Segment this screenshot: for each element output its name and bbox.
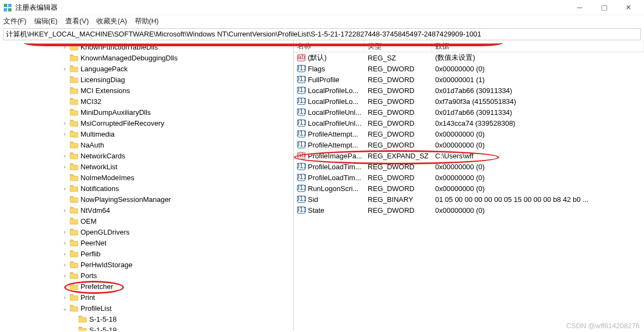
close-button[interactable]: ✕: [616, 0, 641, 15]
folder-icon: [70, 152, 78, 159]
tree-item[interactable]: S-1-5-18: [0, 313, 293, 324]
tree-item[interactable]: ›NetworkCards: [0, 150, 293, 161]
chevron-down-icon[interactable]: ⌄: [61, 304, 69, 312]
folder-icon: [70, 228, 78, 236]
value-row[interactable]: ab(默认)REG_SZ(数值未设置): [294, 52, 644, 63]
chevron-right-icon[interactable]: ›: [61, 130, 69, 138]
svg-text:011: 011: [297, 130, 306, 137]
expander-empty: [61, 76, 69, 83]
minimize-button[interactable]: ─: [567, 0, 592, 15]
value-data: 0x00000001 (1): [432, 76, 644, 84]
maximize-button[interactable]: ▢: [592, 0, 616, 15]
chevron-right-icon[interactable]: ›: [61, 152, 69, 159]
value-row[interactable]: 011ProfileLoadTim...REG_DWORD0x00000000 …: [294, 172, 644, 183]
content-area: ›KnownFunctionTableDllsKnownManagedDebug…: [0, 40, 644, 331]
chevron-right-icon[interactable]: ›: [61, 250, 69, 257]
tree-item[interactable]: ›PerHwIdStorage: [0, 259, 293, 270]
folder-icon: [70, 304, 78, 312]
binary-value-icon: 011: [297, 185, 306, 192]
value-row[interactable]: 011ProfileLoadTim...REG_DWORD0x00000000 …: [294, 161, 644, 172]
value-name: ProfileLoadTim...: [308, 163, 361, 171]
value-name: ProfileImagePa...: [308, 152, 362, 160]
tree-item[interactable]: LicensingDiag: [0, 74, 293, 85]
svg-text:011: 011: [297, 185, 306, 192]
value-type: REG_DWORD: [364, 108, 432, 116]
tree-item[interactable]: S-1-5-19: [0, 324, 293, 331]
tree-item-label: KnownFunctionTableDlls: [81, 43, 158, 51]
tree-item-label: Notifications: [81, 185, 119, 193]
menu-item[interactable]: 查看(V): [65, 16, 89, 26]
tree-item[interactable]: ›NtVdm64: [0, 205, 293, 216]
folder-icon: [70, 195, 78, 203]
tree-item[interactable]: ›LanguagePack: [0, 63, 293, 74]
tree-item[interactable]: Prefetcher: [0, 281, 293, 292]
menu-item[interactable]: 文件(F): [3, 16, 27, 26]
col-header-name[interactable]: 名称: [294, 40, 364, 52]
svg-text:ab: ab: [298, 54, 305, 61]
value-row[interactable]: 011RunLogonScri...REG_DWORD0x00000000 (0…: [294, 183, 644, 194]
binary-value-icon: 011: [297, 76, 306, 83]
chevron-right-icon[interactable]: ›: [61, 272, 69, 279]
tree-item[interactable]: ›PeerNet: [0, 237, 293, 248]
tree-item[interactable]: ›OpenGLDrivers: [0, 226, 293, 237]
tree-item[interactable]: ›Print: [0, 292, 293, 303]
tree-item[interactable]: MCI Extensions: [0, 85, 293, 96]
value-name: RunLogonScri...: [308, 185, 358, 193]
value-row[interactable]: 011StateREG_DWORD0x00000000 (0): [294, 205, 644, 216]
col-header-type[interactable]: 类型: [364, 40, 432, 52]
chevron-right-icon[interactable]: ›: [61, 43, 69, 51]
tree-item-label: NowPlayingSessionManager: [81, 195, 171, 204]
tree-item-label: OpenGLDrivers: [81, 228, 129, 236]
value-row[interactable]: 011LocalProfileLo...REG_DWORD0x01d7ab66 …: [294, 85, 644, 96]
value-row[interactable]: 011FullProfileREG_DWORD0x00000001 (1): [294, 74, 644, 85]
list-pane[interactable]: 名称 类型 数据 ab(默认)REG_SZ(数值未设置)011FlagsREG_…: [294, 40, 644, 331]
chevron-right-icon[interactable]: ›: [61, 239, 69, 247]
tree-item[interactable]: NowPlayingSessionManager: [0, 194, 293, 205]
value-row[interactable]: 011ProfileAttempt...REG_DWORD0x00000000 …: [294, 139, 644, 150]
expander-empty: [61, 87, 69, 94]
window-controls: ─ ▢ ✕: [567, 0, 641, 15]
tree-item[interactable]: MCI32: [0, 96, 293, 107]
chevron-right-icon[interactable]: ›: [61, 163, 69, 170]
menu-item[interactable]: 帮助(H): [135, 16, 159, 26]
tree-item[interactable]: ⌄ProfileList: [0, 303, 293, 313]
chevron-right-icon[interactable]: ›: [61, 119, 69, 127]
tree-item[interactable]: ›Ports: [0, 270, 293, 281]
tree-item[interactable]: ›KnownFunctionTableDlls: [0, 41, 293, 52]
tree-item[interactable]: ›Multimedia: [0, 128, 293, 139]
value-row[interactable]: 011SidREG_BINARY01 05 00 00 00 00 00 05 …: [294, 194, 644, 205]
tree-item[interactable]: ›Perflib: [0, 248, 293, 259]
tree-item[interactable]: ›MsiCorruptedFileRecovery: [0, 118, 293, 128]
col-header-data[interactable]: 数据: [432, 40, 644, 52]
tree-item[interactable]: KnownManagedDebuggingDlls: [0, 52, 293, 63]
chevron-right-icon[interactable]: ›: [61, 293, 69, 301]
chevron-right-icon[interactable]: ›: [61, 228, 69, 236]
chevron-right-icon[interactable]: ›: [61, 185, 69, 192]
svg-text:011: 011: [297, 119, 306, 126]
tree-item[interactable]: NaAuth: [0, 139, 293, 150]
value-row[interactable]: 011LocalProfileUnl...REG_DWORD0x01d7ab66…: [294, 107, 644, 118]
tree-item-label: KnownManagedDebuggingDlls: [81, 54, 178, 62]
tree-item[interactable]: MiniDumpAuxiliaryDlls: [0, 107, 293, 118]
tree-item[interactable]: NoImeModeImes: [0, 172, 293, 183]
address-bar[interactable]: 计算机\HKEY_LOCAL_MACHINE\SOFTWARE\Microsof…: [3, 28, 641, 40]
folder-icon: [70, 76, 78, 83]
tree-item[interactable]: ›NetworkList: [0, 161, 293, 172]
value-row[interactable]: 011LocalProfileLo...REG_DWORD0xf7a90f3a …: [294, 96, 644, 107]
tree-item[interactable]: ›Notifications: [0, 183, 293, 194]
chevron-right-icon[interactable]: ›: [61, 206, 69, 214]
value-row[interactable]: abProfileImagePa...REG_EXPAND_SZC:\Users…: [294, 150, 644, 161]
binary-value-icon: 011: [297, 141, 306, 149]
chevron-right-icon[interactable]: ›: [61, 261, 69, 268]
value-row[interactable]: 011LocalProfileUnl...REG_DWORD0x143cca74…: [294, 118, 644, 128]
menu-item[interactable]: 收藏夹(A): [96, 16, 127, 26]
value-row[interactable]: 011FlagsREG_DWORD0x00000000 (0): [294, 63, 644, 74]
value-type: REG_DWORD: [364, 97, 432, 106]
folder-icon: [70, 43, 78, 51]
menu-item[interactable]: 编辑(E): [34, 16, 58, 26]
tree-item[interactable]: OEM: [0, 216, 293, 226]
binary-value-icon: 011: [297, 119, 306, 127]
chevron-right-icon[interactable]: ›: [61, 65, 69, 72]
tree-pane[interactable]: ›KnownFunctionTableDllsKnownManagedDebug…: [0, 40, 294, 331]
value-row[interactable]: 011ProfileAttempt...REG_DWORD0x00000000 …: [294, 128, 644, 139]
